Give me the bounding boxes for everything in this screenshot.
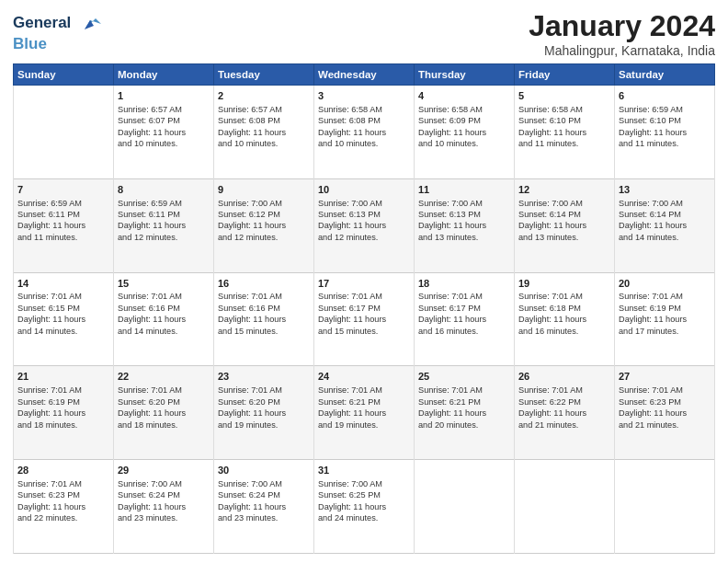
day-number: 2	[218, 89, 310, 103]
week-row-1: 1Sunrise: 6:57 AMSunset: 6:07 PMDaylight…	[14, 86, 715, 179]
day-info: Sunrise: 7:01 AMSunset: 6:20 PMDaylight:…	[118, 385, 210, 431]
day-info: Sunrise: 7:01 AMSunset: 6:15 PMDaylight:…	[17, 291, 109, 337]
calendar-cell: 27Sunrise: 7:01 AMSunset: 6:23 PMDayligh…	[615, 366, 715, 460]
calendar-cell: 3Sunrise: 6:58 AMSunset: 6:08 PMDaylight…	[314, 86, 415, 179]
day-number: 3	[318, 89, 410, 103]
day-number: 7	[17, 183, 109, 197]
calendar-cell: 30Sunrise: 7:00 AMSunset: 6:24 PMDayligh…	[214, 460, 314, 554]
calendar-cell: 2Sunrise: 6:57 AMSunset: 6:08 PMDaylight…	[214, 86, 314, 179]
logo-text: General	[13, 13, 101, 35]
calendar-cell	[515, 460, 615, 554]
calendar-cell: 26Sunrise: 7:01 AMSunset: 6:22 PMDayligh…	[515, 366, 615, 460]
day-number: 20	[619, 277, 711, 291]
day-number: 21	[17, 370, 109, 384]
day-number: 14	[17, 277, 109, 291]
calendar-cell: 10Sunrise: 7:00 AMSunset: 6:13 PMDayligh…	[314, 178, 415, 272]
day-number: 25	[418, 370, 510, 384]
calendar-cell: 18Sunrise: 7:01 AMSunset: 6:17 PMDayligh…	[415, 272, 515, 366]
day-info: Sunrise: 7:01 AMSunset: 6:16 PMDaylight:…	[218, 291, 310, 337]
calendar-cell: 25Sunrise: 7:01 AMSunset: 6:21 PMDayligh…	[415, 366, 515, 460]
day-info: Sunrise: 7:00 AMSunset: 6:14 PMDaylight:…	[518, 198, 610, 244]
day-number: 19	[518, 277, 610, 291]
calendar-cell: 21Sunrise: 7:01 AMSunset: 6:19 PMDayligh…	[14, 366, 114, 460]
day-number: 13	[619, 183, 711, 197]
day-info: Sunrise: 7:01 AMSunset: 6:19 PMDaylight:…	[619, 291, 711, 337]
calendar-cell: 31Sunrise: 7:00 AMSunset: 6:25 PMDayligh…	[314, 460, 415, 554]
week-row-2: 7Sunrise: 6:59 AMSunset: 6:11 PMDaylight…	[14, 178, 715, 272]
calendar-cell: 22Sunrise: 7:01 AMSunset: 6:20 PMDayligh…	[114, 366, 214, 460]
day-info: Sunrise: 6:58 AMSunset: 6:10 PMDaylight:…	[518, 104, 610, 150]
day-info: Sunrise: 6:58 AMSunset: 6:09 PMDaylight:…	[418, 104, 510, 150]
header-day-monday: Monday	[114, 64, 214, 86]
day-info: Sunrise: 7:01 AMSunset: 6:19 PMDaylight:…	[17, 385, 109, 431]
calendar-cell: 23Sunrise: 7:01 AMSunset: 6:20 PMDayligh…	[214, 366, 314, 460]
header-day-friday: Friday	[515, 64, 615, 86]
day-info: Sunrise: 6:57 AMSunset: 6:08 PMDaylight:…	[218, 104, 310, 150]
day-info: Sunrise: 7:00 AMSunset: 6:12 PMDaylight:…	[218, 198, 310, 244]
week-row-4: 21Sunrise: 7:01 AMSunset: 6:19 PMDayligh…	[14, 366, 715, 460]
calendar-table: SundayMondayTuesdayWednesdayThursdayFrid…	[13, 63, 715, 554]
day-info: Sunrise: 6:59 AMSunset: 6:10 PMDaylight:…	[619, 104, 711, 150]
day-info: Sunrise: 7:00 AMSunset: 6:24 PMDaylight:…	[118, 478, 210, 524]
day-info: Sunrise: 7:01 AMSunset: 6:17 PMDaylight:…	[318, 291, 410, 337]
week-row-3: 14Sunrise: 7:01 AMSunset: 6:15 PMDayligh…	[14, 272, 715, 366]
day-info: Sunrise: 7:00 AMSunset: 6:13 PMDaylight:…	[418, 198, 510, 244]
day-info: Sunrise: 6:59 AMSunset: 6:11 PMDaylight:…	[17, 198, 109, 244]
calendar-cell	[14, 86, 114, 179]
calendar-cell: 20Sunrise: 7:01 AMSunset: 6:19 PMDayligh…	[615, 272, 715, 366]
day-info: Sunrise: 6:59 AMSunset: 6:11 PMDaylight:…	[118, 198, 210, 244]
logo-bird-icon	[77, 13, 101, 35]
week-row-5: 28Sunrise: 7:01 AMSunset: 6:23 PMDayligh…	[14, 460, 715, 554]
calendar-cell: 9Sunrise: 7:00 AMSunset: 6:12 PMDaylight…	[214, 178, 314, 272]
day-info: Sunrise: 7:01 AMSunset: 6:16 PMDaylight:…	[118, 291, 210, 337]
day-number: 24	[318, 370, 410, 384]
page: General Blue January 2024 Mahalingpur, K…	[0, 0, 728, 563]
header-day-tuesday: Tuesday	[214, 64, 314, 86]
day-info: Sunrise: 7:01 AMSunset: 6:23 PMDaylight:…	[619, 385, 711, 431]
calendar-cell: 6Sunrise: 6:59 AMSunset: 6:10 PMDaylight…	[615, 86, 715, 179]
calendar-cell: 8Sunrise: 6:59 AMSunset: 6:11 PMDaylight…	[114, 178, 214, 272]
calendar-header-row: SundayMondayTuesdayWednesdayThursdayFrid…	[14, 64, 715, 86]
day-number: 15	[118, 277, 210, 291]
calendar-cell: 11Sunrise: 7:00 AMSunset: 6:13 PMDayligh…	[415, 178, 515, 272]
day-number: 11	[418, 183, 510, 197]
day-number: 22	[118, 370, 210, 384]
calendar-cell	[415, 460, 515, 554]
day-info: Sunrise: 6:57 AMSunset: 6:07 PMDaylight:…	[118, 104, 210, 150]
day-number: 29	[118, 464, 210, 477]
day-number: 5	[518, 89, 610, 103]
title-block: January 2024 Mahalingpur, Karnataka, Ind…	[529, 9, 715, 58]
day-info: Sunrise: 7:00 AMSunset: 6:24 PMDaylight:…	[218, 478, 310, 524]
calendar-cell	[615, 460, 715, 554]
day-number: 1	[118, 89, 210, 103]
day-number: 30	[218, 464, 310, 477]
header: General Blue January 2024 Mahalingpur, K…	[13, 9, 715, 58]
calendar-cell: 28Sunrise: 7:01 AMSunset: 6:23 PMDayligh…	[14, 460, 114, 554]
day-number: 6	[619, 89, 711, 103]
calendar-cell: 4Sunrise: 6:58 AMSunset: 6:09 PMDaylight…	[415, 86, 515, 179]
day-info: Sunrise: 7:01 AMSunset: 6:20 PMDaylight:…	[218, 385, 310, 431]
day-info: Sunrise: 7:01 AMSunset: 6:18 PMDaylight:…	[518, 291, 610, 337]
day-info: Sunrise: 7:00 AMSunset: 6:25 PMDaylight:…	[318, 478, 410, 524]
day-number: 23	[218, 370, 310, 384]
month-title: January 2024	[529, 9, 715, 43]
day-number: 18	[418, 277, 510, 291]
day-info: Sunrise: 7:01 AMSunset: 6:21 PMDaylight:…	[418, 385, 510, 431]
day-number: 27	[619, 370, 711, 384]
header-day-sunday: Sunday	[14, 64, 114, 86]
calendar-cell: 5Sunrise: 6:58 AMSunset: 6:10 PMDaylight…	[515, 86, 615, 179]
day-number: 17	[318, 277, 410, 291]
day-info: Sunrise: 7:01 AMSunset: 6:17 PMDaylight:…	[418, 291, 510, 337]
day-number: 12	[518, 183, 610, 197]
calendar-cell: 16Sunrise: 7:01 AMSunset: 6:16 PMDayligh…	[214, 272, 314, 366]
day-number: 16	[218, 277, 310, 291]
calendar-cell: 17Sunrise: 7:01 AMSunset: 6:17 PMDayligh…	[314, 272, 415, 366]
day-info: Sunrise: 7:01 AMSunset: 6:21 PMDaylight:…	[318, 385, 410, 431]
day-number: 10	[318, 183, 410, 197]
day-info: Sunrise: 7:01 AMSunset: 6:23 PMDaylight:…	[17, 478, 109, 524]
calendar-cell: 29Sunrise: 7:00 AMSunset: 6:24 PMDayligh…	[114, 460, 214, 554]
calendar-body: 1Sunrise: 6:57 AMSunset: 6:07 PMDaylight…	[14, 86, 715, 554]
calendar-cell: 15Sunrise: 7:01 AMSunset: 6:16 PMDayligh…	[114, 272, 214, 366]
location: Mahalingpur, Karnataka, India	[529, 43, 715, 58]
day-info: Sunrise: 7:01 AMSunset: 6:22 PMDaylight:…	[518, 385, 610, 431]
